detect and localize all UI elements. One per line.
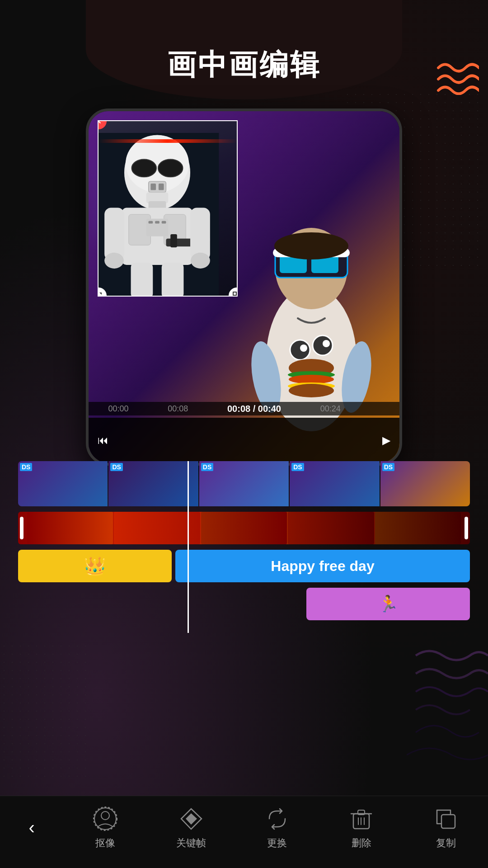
- thumb-label-2: DS: [110, 463, 122, 471]
- back-icon: ‹: [28, 817, 34, 838]
- crown-icon: 👑: [84, 556, 106, 577]
- delete-icon: [348, 806, 375, 833]
- dots-decoration-bottom: [0, 642, 90, 778]
- pip-content: [99, 121, 237, 296]
- svg-rect-25: [159, 184, 164, 190]
- svg-rect-58: [441, 815, 455, 828]
- svg-point-22: [158, 159, 183, 177]
- phone-screen: ×: [89, 111, 399, 463]
- svg-point-8: [290, 340, 310, 360]
- sticker-tracks-row: 👑 Happy free day: [18, 550, 470, 582]
- nav-portrait-label: 抠像: [95, 836, 115, 850]
- thumb-label-3: DS: [201, 463, 213, 471]
- video-track: DS DS DS DS DS: [18, 461, 470, 506]
- svg-point-48: [101, 811, 109, 820]
- svg-point-10: [300, 344, 307, 352]
- nav-keyframe-label: 关键帧: [176, 836, 206, 850]
- svg-rect-34: [162, 221, 166, 224]
- svg-rect-32: [149, 221, 153, 224]
- purple-track-spacer: [18, 588, 162, 620]
- svg-marker-51: [186, 813, 197, 825]
- play-forward-button[interactable]: ▶: [382, 434, 390, 447]
- time-markers-bar: 00:00 00:08 00:08 / 00:40 00:24: [89, 402, 399, 415]
- svg-point-21: [132, 159, 157, 177]
- playhead: [188, 461, 189, 633]
- video-thumb-4[interactable]: DS: [290, 461, 379, 506]
- timeline-controls: ⏮ ▶: [89, 418, 399, 463]
- svg-rect-36: [170, 234, 177, 247]
- time-marker-start: 00:00: [108, 404, 128, 414]
- video-thumb-5[interactable]: DS: [380, 461, 470, 506]
- purple-track-row: 🏃: [18, 588, 470, 620]
- wave-decoration-bottom-right: [407, 642, 488, 778]
- time-marker-mid2: 00:24: [320, 404, 341, 414]
- nav-delete-item[interactable]: 删除: [348, 806, 375, 850]
- video-thumb-2[interactable]: DS: [108, 461, 198, 506]
- time-current-display: 00:08 / 00:40: [227, 404, 281, 414]
- text-track-label: Happy free day: [271, 558, 374, 575]
- nav-copy-label: 复制: [436, 836, 456, 850]
- page-title: 画中画编辑: [0, 45, 488, 85]
- nav-replace-item[interactable]: 更换: [263, 806, 291, 850]
- thumb-label-1: DS: [20, 463, 32, 471]
- nav-back-button[interactable]: ‹: [28, 817, 34, 838]
- svg-rect-43: [162, 263, 184, 296]
- pip-track-handle-left[interactable]: [20, 517, 23, 539]
- keyframe-icon: [178, 806, 205, 833]
- purple-track-icon: 🏃: [378, 594, 399, 613]
- bottom-navigation: ‹ 抠像 关键帧: [0, 796, 488, 868]
- nav-copy-item[interactable]: 复制: [432, 806, 460, 850]
- svg-point-11: [323, 340, 330, 347]
- svg-rect-38: [104, 208, 124, 261]
- svg-point-16: [289, 384, 334, 397]
- svg-point-49: [94, 807, 117, 830]
- svg-point-9: [313, 335, 333, 355]
- timeline-section: DS DS DS DS DS: [18, 461, 470, 620]
- video-thumb-1[interactable]: DS: [18, 461, 108, 506]
- text-track-happy[interactable]: Happy free day: [175, 550, 470, 582]
- nav-replace-label: 更换: [267, 836, 287, 850]
- pip-track-handle-right[interactable]: [465, 517, 468, 539]
- svg-rect-39: [190, 208, 210, 261]
- step-back-button[interactable]: ⏮: [98, 434, 108, 447]
- svg-rect-45: [237, 296, 238, 297]
- nav-delete-label: 删除: [352, 836, 371, 850]
- purple-sticker-track[interactable]: 🏃: [306, 588, 470, 620]
- svg-point-17: [274, 232, 348, 259]
- thumb-label-4: DS: [291, 463, 304, 471]
- time-marker-mid1: 00:08: [168, 404, 188, 414]
- phone-mockup: ×: [86, 108, 402, 466]
- svg-rect-44: [233, 292, 236, 295]
- svg-point-40: [104, 253, 124, 269]
- svg-rect-42: [131, 263, 153, 296]
- svg-rect-24: [150, 184, 156, 190]
- pip-overlay-box[interactable]: ×: [98, 120, 238, 297]
- crown-sticker-track[interactable]: 👑: [18, 550, 172, 582]
- svg-line-46: [236, 295, 237, 296]
- video-thumb-3[interactable]: DS: [199, 461, 289, 506]
- nav-portrait-item[interactable]: 抠像: [92, 806, 119, 850]
- red-accent-line: [99, 139, 237, 143]
- svg-point-41: [191, 253, 210, 269]
- thumb-label-5: DS: [382, 463, 394, 471]
- portrait-icon: [92, 806, 119, 833]
- pip-video-track[interactable]: [18, 512, 470, 544]
- copy-icon: [432, 806, 460, 833]
- nav-keyframe-item[interactable]: 关键帧: [176, 806, 206, 850]
- replace-icon: [263, 806, 291, 833]
- svg-rect-33: [155, 221, 160, 224]
